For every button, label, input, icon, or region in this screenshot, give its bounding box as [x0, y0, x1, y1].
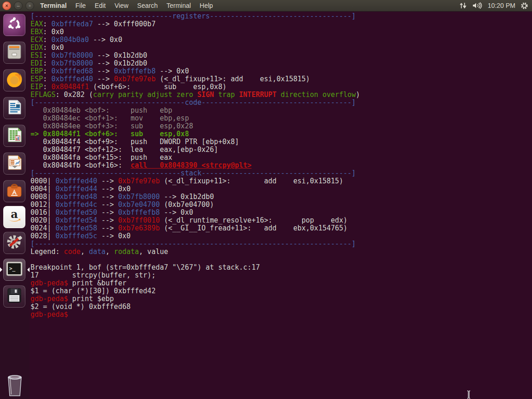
network-arrows-icon[interactable] — [459, 2, 467, 9]
firefox-icon — [5, 70, 24, 91]
terminal-line: 17 strcpy(buffer, str); — [30, 272, 532, 279]
top-panel: × – ▫ Terminal File Edit View Search Ter… — [0, 0, 532, 12]
terminal-line: 0020| 0xbfffed54 --> 0xb7ff0010 (<_dl_ru… — [30, 217, 532, 224]
menu-search[interactable]: Search — [137, 2, 157, 9]
launcher-item-impress[interactable] — [3, 152, 25, 175]
ubuntu-logo-icon — [6, 16, 22, 34]
menu-terminal[interactable]: Terminal — [166, 2, 191, 9]
software-center-icon — [6, 181, 23, 201]
terminal-line: EDI: 0xb7fb8000 --> 0x1b2db0 — [30, 60, 532, 67]
maximize-button[interactable]: ▫ — [25, 1, 34, 10]
launcher-item-amazon[interactable]: a — [3, 206, 25, 228]
floppy-disk-icon — [6, 287, 23, 306]
terminal-line: 0004| 0xbfffed44 --> 0x0 — [30, 185, 532, 193]
session-gear-icon[interactable] — [520, 2, 528, 10]
terminal-line — [30, 256, 532, 264]
launcher-item-trash[interactable] — [5, 372, 25, 399]
focused-app-arrow-right — [27, 267, 30, 272]
terminal-line: [-----------------------------------stac… — [30, 169, 532, 177]
terminal-line: EBX: 0x0 — [30, 28, 532, 36]
terminal-output: [---------------------------------regist… — [30, 12, 532, 319]
clock[interactable]: 10:20 PM — [488, 2, 515, 9]
terminal-line: gdb-peda$ print &buffer — [30, 279, 532, 287]
close-button[interactable]: × — [2, 1, 11, 10]
volume-icon[interactable] — [472, 2, 483, 9]
libreoffice-calc-icon — [6, 126, 23, 145]
libreoffice-writer-icon — [6, 98, 23, 118]
app-title: Terminal — [40, 2, 66, 9]
menu-edit[interactable]: Edit — [95, 2, 106, 9]
terminal-line: [------------------------------------cod… — [30, 99, 532, 107]
menu-view[interactable]: View — [115, 2, 128, 9]
file-cabinet-icon — [6, 43, 23, 62]
minimize-button[interactable]: – — [14, 1, 23, 10]
terminal-line: 0x80484eb <bof>: push ebp — [30, 107, 532, 115]
terminal-line: ECX: 0x804b0a0 --> 0x0 — [30, 36, 532, 44]
terminal-line: 0x80484ee <bof+3>: sub esp,0x28 — [30, 122, 532, 130]
terminal-line: $1 = (char (*)[30]) 0xbfffed42 — [30, 287, 532, 295]
terminal-line: EBP: 0xbfffed68 --> 0xbfffefb8 --> 0x0 — [30, 67, 532, 75]
launcher-item-firefox[interactable] — [3, 69, 25, 91]
terminal-line: EAX: 0xbfffeda7 --> 0xfff000b7 — [30, 20, 532, 28]
terminal-line: Breakpoint 1, bof (str=0xbfffeda7 "\267"… — [30, 264, 532, 272]
ibeam-cursor — [466, 390, 471, 399]
terminal-line: [---------------------------------------… — [30, 240, 532, 248]
launcher-item-disk[interactable] — [3, 285, 25, 308]
launcher-item-settings[interactable] — [3, 232, 25, 254]
launcher: a >_ — [0, 11, 30, 399]
svg-text:>_: >_ — [9, 266, 16, 272]
terminal-line: => 0x80484f1 <bof+6>: sub esp,0x8 — [30, 130, 532, 138]
terminal-line: Legend: code, data, rodata, value — [30, 248, 532, 256]
terminal-line: $2 = (void *) 0xbfffed68 — [30, 303, 532, 311]
terminal-line: 0008| 0xbfffed48 --> 0xb7fb8000 --> 0x1b… — [30, 193, 532, 201]
terminal-line: [---------------------------------regist… — [30, 12, 532, 20]
terminal-line: 0x80484f7 <bof+12>: lea eax,[ebp-0x26] — [30, 146, 532, 154]
svg-text:a: a — [11, 207, 18, 221]
terminal-window[interactable]: [---------------------------------regist… — [30, 11, 532, 399]
terminal-line: 0x80484fa <bof+15>: push eax — [30, 154, 532, 162]
launcher-item-dash[interactable] — [3, 14, 25, 36]
amazon-icon: a — [5, 207, 24, 227]
terminal-line: EDX: 0x0 — [30, 44, 532, 52]
terminal-line: gdb-peda$ print $ebp — [30, 295, 532, 303]
launcher-item-files[interactable] — [3, 42, 25, 64]
launcher-item-software[interactable] — [3, 180, 25, 202]
terminal-line: ESP: 0xbfffed40 --> 0xb7fe97eb (<_dl_fix… — [30, 75, 532, 83]
launcher-item-calc[interactable] — [3, 125, 25, 147]
terminal-line: EIP: 0x80484f1 (<bof+6>: sub esp,0x8) — [30, 83, 532, 91]
terminal-line: 0x80484fb <bof+16>: call 0x8048390 <strc… — [30, 162, 532, 169]
terminal-line: 0012| 0xbfffed4c --> 0xb7e04700 (0xb7e04… — [30, 201, 532, 209]
settings-gear-icon — [5, 233, 24, 253]
terminal-line: gdb-peda$ — [30, 311, 532, 319]
launcher-item-writer[interactable] — [3, 97, 25, 119]
launcher-item-terminal[interactable]: >_ — [3, 259, 25, 281]
terminal-line: EFLAGS: 0x282 (carry parity adjust zero … — [30, 91, 532, 99]
terminal-line: 0x80484ec <bof+1>: mov ebp,esp — [30, 115, 532, 122]
focused-app-arrow-left — [0, 267, 2, 272]
menu-help[interactable]: Help — [200, 2, 213, 9]
terminal-icon: >_ — [5, 260, 24, 280]
menu-file[interactable]: File — [75, 2, 86, 9]
trash-icon — [5, 391, 25, 399]
terminal-line: 0028| 0xbfffed5c --> 0x0 — [30, 232, 532, 240]
libreoffice-impress-icon — [6, 154, 23, 173]
desktop: × – ▫ Terminal File Edit View Search Ter… — [0, 0, 532, 399]
terminal-line: 0016| 0xbfffed50 --> 0xbfffefb8 --> 0x0 — [30, 209, 532, 217]
terminal-line: 0x80484f4 <bof+9>: push DWORD PTR [ebp+0… — [30, 138, 532, 146]
terminal-line: ESI: 0xb7fb8000 --> 0x1b2db0 — [30, 52, 532, 60]
terminal-line: 0000| 0xbfffed40 --> 0xb7fe97eb (<_dl_fi… — [30, 177, 532, 185]
window-controls: × – ▫ — [2, 1, 34, 10]
terminal-line: 0024| 0xbfffed58 --> 0xb7e6389b (<__GI__… — [30, 224, 532, 232]
